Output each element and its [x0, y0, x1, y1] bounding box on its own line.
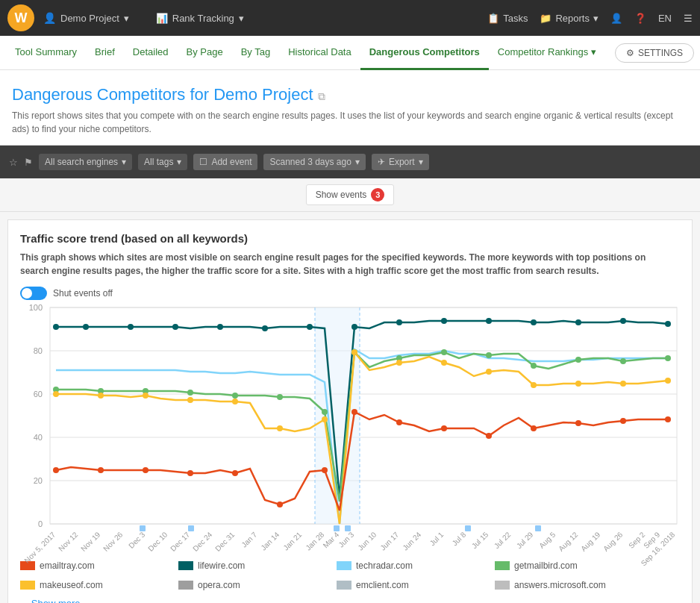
- legend-item-getmailbird: getmailbird.com: [495, 560, 644, 571]
- star-icon[interactable]: ☆: [9, 157, 18, 168]
- svg-rect-108: [334, 525, 340, 531]
- svg-text:Jan 14: Jan 14: [259, 530, 281, 552]
- tab-detailed[interactable]: Detailed: [124, 36, 178, 70]
- svg-point-72: [531, 382, 537, 388]
- svg-point-37: [322, 467, 328, 473]
- svg-text:Jun 17: Jun 17: [378, 530, 400, 552]
- rank-tracking-dropdown-icon: ▾: [239, 13, 244, 24]
- legend-label-techradar: techradar.com: [356, 560, 413, 571]
- chart-title: Traffic score trend (based on all keywor…: [20, 232, 680, 245]
- svg-point-36: [277, 502, 283, 507]
- tab-tool-summary[interactable]: Tool Summary: [6, 36, 86, 70]
- tags-dropdown-icon: ▾: [177, 157, 181, 167]
- add-event-btn[interactable]: ☐ Add event: [193, 154, 257, 170]
- legend-label-emclient: emclient.com: [356, 580, 409, 590]
- svg-point-38: [351, 409, 357, 415]
- toolbar: ☆ ⚑ All search engines ▾ All tags ▾ ☐ Ad…: [0, 146, 700, 178]
- events-toggle[interactable]: [20, 287, 47, 300]
- project-selector[interactable]: 👤 Demo Project ▾: [43, 12, 129, 24]
- svg-point-30: [665, 321, 671, 327]
- reports-icon: 📁: [540, 13, 551, 24]
- svg-text:Aug 19: Aug 19: [579, 530, 601, 552]
- chart-description: This graph shows which sites are most vi…: [20, 251, 677, 278]
- toggle-label: Shut events off: [53, 288, 113, 299]
- svg-text:Jul 1: Jul 1: [428, 530, 446, 547]
- legend-label-lifewire: lifewire.com: [198, 560, 245, 571]
- legend-label-answers-microsoft: answers.microsoft.com: [514, 580, 606, 590]
- svg-text:0: 0: [38, 519, 43, 528]
- tags-btn[interactable]: All tags ▾: [138, 154, 187, 170]
- svg-text:20: 20: [34, 476, 43, 485]
- svg-point-52: [322, 409, 328, 415]
- export-btn[interactable]: ✈ Export ▾: [372, 154, 429, 170]
- toggle-row: Shut events off: [20, 287, 680, 300]
- svg-text:Jun 24: Jun 24: [401, 530, 422, 552]
- tasks-btn[interactable]: 📋 Tasks: [487, 13, 528, 24]
- svg-text:Dec 17: Dec 17: [169, 530, 191, 552]
- svg-point-32: [98, 467, 104, 473]
- tab-historical-data[interactable]: Historical Data: [279, 36, 360, 70]
- tasks-icon: 📋: [487, 13, 499, 24]
- tasks-label: Tasks: [503, 13, 528, 24]
- menu-icon[interactable]: ☰: [684, 13, 693, 24]
- export-dropdown-icon: ▾: [419, 157, 423, 167]
- tab-by-page[interactable]: By Page: [178, 36, 232, 70]
- sub-navigation: Tool Summary Brief Detailed By Page By T…: [0, 36, 700, 70]
- svg-rect-111: [535, 525, 541, 531]
- svg-point-69: [396, 360, 402, 366]
- svg-point-28: [575, 319, 581, 325]
- project-name: Demo Project: [60, 13, 119, 24]
- rank-tracking-btn[interactable]: 📊 Rank Tracking ▾: [156, 13, 244, 24]
- language-btn[interactable]: EN: [658, 13, 672, 24]
- reports-btn[interactable]: 📁 Reports ▾: [540, 13, 599, 24]
- svg-point-44: [620, 418, 626, 424]
- legend-item-lifewire: lifewire.com: [178, 560, 328, 571]
- svg-text:100: 100: [29, 303, 43, 312]
- search-engines-btn[interactable]: All search engines ▾: [39, 154, 132, 170]
- svg-point-55: [441, 349, 447, 355]
- svg-text:Aug 12: Aug 12: [557, 530, 579, 552]
- project-icon: 👤: [43, 12, 56, 24]
- svg-text:60: 60: [34, 390, 43, 399]
- svg-point-23: [351, 324, 357, 330]
- svg-point-73: [575, 381, 581, 387]
- legend-color-lifewire: [178, 561, 193, 570]
- svg-text:Dec 24: Dec 24: [191, 530, 213, 552]
- svg-point-60: [665, 355, 671, 361]
- svg-rect-110: [465, 525, 471, 531]
- svg-point-18: [128, 324, 134, 330]
- svg-text:Nov 12: Nov 12: [57, 530, 79, 552]
- user-icon[interactable]: 👤: [610, 13, 622, 24]
- svg-rect-106: [140, 525, 146, 531]
- show-events-button[interactable]: Show events 3: [306, 184, 395, 205]
- svg-text:Aug 5: Aug 5: [537, 530, 557, 550]
- show-more-btn[interactable]: ··· Show more: [20, 598, 680, 603]
- svg-point-59: [620, 358, 626, 364]
- svg-point-22: [307, 324, 313, 330]
- svg-point-21: [262, 325, 268, 331]
- svg-point-39: [396, 419, 402, 425]
- show-more-icon: ···: [20, 598, 28, 603]
- svg-point-45: [665, 416, 671, 422]
- tab-by-tag[interactable]: By Tag: [232, 36, 280, 70]
- svg-point-49: [187, 390, 193, 396]
- svg-point-35: [232, 470, 238, 476]
- svg-point-67: [322, 416, 328, 422]
- svg-point-31: [53, 467, 59, 473]
- svg-point-74: [620, 381, 626, 387]
- traffic-chart: 100 80 60 40 20 0: [20, 307, 684, 546]
- help-icon[interactable]: ❓: [634, 13, 646, 24]
- settings-button[interactable]: ⚙ SETTINGS: [615, 43, 694, 63]
- flag-icon[interactable]: ⚑: [24, 157, 33, 168]
- svg-point-26: [486, 318, 492, 324]
- legend-label-opera: opera.com: [198, 580, 240, 590]
- scanned-btn[interactable]: Scanned 3 days ago ▾: [263, 154, 365, 170]
- settings-icon: ⚙: [626, 48, 634, 58]
- legend-item-emailtray: emailtray.com: [20, 560, 169, 571]
- svg-text:Jul 22: Jul 22: [493, 530, 513, 550]
- tab-dangerous-competitors[interactable]: Dangerous Competitors: [360, 36, 489, 70]
- tab-competitor-rankings[interactable]: Competitor Rankings ▾: [489, 36, 605, 70]
- svg-text:Aug 26: Aug 26: [601, 530, 624, 552]
- tab-brief[interactable]: Brief: [86, 36, 124, 70]
- reports-dropdown-icon: ▾: [593, 13, 599, 24]
